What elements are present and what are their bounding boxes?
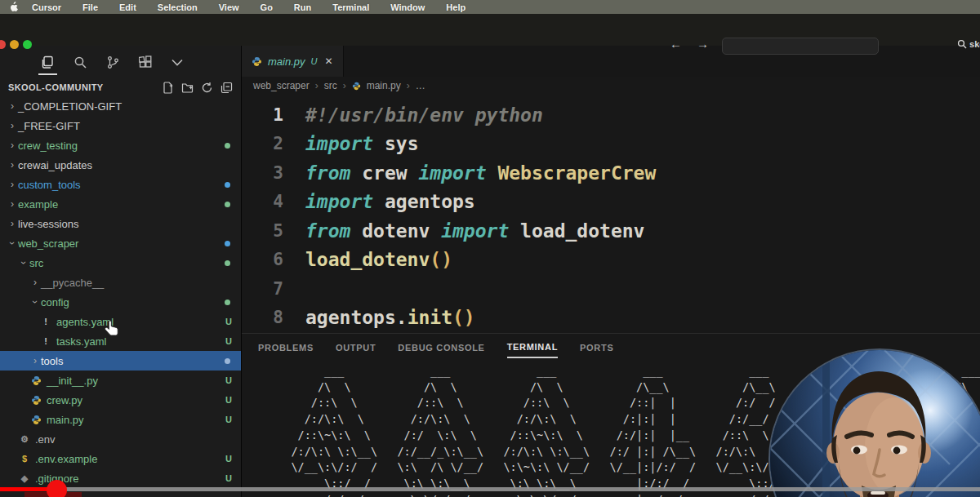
python-file-icon: [352, 82, 361, 91]
breadcrumb-web-scraper[interactable]: web_scraper: [253, 80, 310, 91]
menu-edit[interactable]: Edit: [109, 2, 147, 12]
tree-item-live-sessions[interactable]: › live-sessions: [0, 214, 241, 233]
chevron-down-icon: ›: [7, 237, 18, 249]
git-status-dot: [225, 202, 230, 207]
tree-item-agents-yaml[interactable]: ! agents.yaml U: [0, 312, 241, 331]
chevron-right-icon: ›: [343, 80, 346, 91]
git-status-dot: [225, 143, 230, 149]
code-token: import: [441, 220, 509, 242]
line-number: 6: [242, 250, 305, 269]
code-token: agentops.: [305, 307, 408, 328]
explorer-icon[interactable]: [41, 52, 55, 72]
tree-item-env[interactable]: ⚙ .env: [0, 429, 241, 449]
tree-item-crew-py[interactable]: crew.py U: [0, 390, 241, 410]
tab-debug-console[interactable]: DEBUG CONSOLE: [398, 338, 484, 357]
nav-back-icon[interactable]: ←: [670, 37, 682, 51]
minimize-window-button[interactable]: [10, 40, 19, 49]
breadcrumb-symbol[interactable]: …: [416, 80, 425, 91]
tree-item-label: _FREE-GIFT: [18, 120, 80, 132]
menu-go[interactable]: Go: [250, 2, 283, 12]
nav-forward-icon[interactable]: →: [697, 37, 709, 51]
zoom-window-button[interactable]: [23, 40, 32, 49]
apple-icon[interactable]: [5, 2, 21, 12]
tree-item-tasks-yaml[interactable]: ! tasks.yaml U: [0, 331, 241, 351]
menu-view[interactable]: View: [208, 2, 250, 12]
tree-item-pycache[interactable]: › __pycache__: [0, 273, 241, 292]
tree-item-crew-testing[interactable]: › crew_testing: [0, 135, 241, 155]
tree-item-env-example[interactable]: $ .env.example U: [0, 449, 241, 468]
line-number: 7: [242, 279, 305, 299]
tab-main-py[interactable]: main.py U ✕: [242, 46, 344, 77]
tree-item-label: tools: [41, 355, 63, 367]
git-untracked-badge: U: [225, 473, 232, 483]
tree-item-src[interactable]: › src: [0, 253, 241, 273]
tree-item-web-scraper[interactable]: › web_scraper: [0, 233, 241, 253]
sidebar: SKOOL-COMMUNITY › _COMPLETION-GIFT › _FR…: [0, 46, 242, 497]
tree-item-custom-tools[interactable]: › custom_tools: [0, 175, 241, 194]
code-line: 8 agentops.init(): [242, 304, 980, 333]
command-search-input[interactable]: [722, 38, 879, 55]
chevron-down-icon: ›: [29, 296, 41, 308]
tree-item-label: web_scraper: [18, 237, 78, 250]
tree-item-label: example: [18, 198, 58, 211]
tree-item-tools[interactable]: › tools: [0, 351, 241, 371]
tree-item-label: .env.example: [35, 453, 97, 465]
new-file-icon[interactable]: [162, 82, 174, 94]
video-playhead[interactable]: [47, 480, 67, 497]
tree-item-config[interactable]: › config: [0, 292, 241, 312]
tree-item-label: custom_tools: [18, 179, 81, 191]
tab-terminal[interactable]: TERMINAL: [507, 337, 558, 358]
git-status-dot: [225, 182, 230, 188]
code-token: import: [305, 191, 373, 212]
line-number: 3: [242, 163, 305, 183]
git-untracked-badge: U: [225, 375, 232, 385]
collapse-folders-icon[interactable]: [220, 82, 233, 94]
refresh-icon[interactable]: [201, 82, 213, 94]
chevron-right-icon: ›: [7, 159, 18, 171]
git-status-dot: [225, 260, 230, 266]
tab-problems[interactable]: PROBLEMS: [258, 338, 314, 357]
tree-item-completion-gift[interactable]: › _COMPLETION-GIFT: [0, 96, 241, 116]
breadcrumb: web_scraper › src › main.py › …: [242, 77, 980, 95]
tree-item-init-py[interactable]: __init__.py U: [0, 371, 241, 390]
code-token: (): [430, 249, 452, 270]
git-file-icon: ◆: [18, 473, 31, 484]
tab-output[interactable]: OUTPUT: [336, 338, 376, 357]
menu-selection[interactable]: Selection: [147, 2, 208, 12]
code-editor[interactable]: 1 #!/usr/bin/env python 2 import sys 3 f…: [242, 95, 980, 333]
menu-terminal[interactable]: Terminal: [322, 2, 380, 12]
tree-item-main-py[interactable]: main.py U: [0, 410, 241, 429]
file-tree: › _COMPLETION-GIFT › _FREE-GIFT › crew_t…: [0, 96, 241, 488]
new-folder-icon[interactable]: [181, 82, 194, 94]
tree-item-label: crew.py: [47, 394, 82, 406]
code-token: WebscraperCrew: [487, 162, 657, 184]
chevron-right-icon: ›: [7, 120, 18, 131]
menu-help[interactable]: Help: [435, 2, 476, 12]
code-line: 7: [242, 274, 980, 304]
tree-item-example[interactable]: › example: [0, 194, 241, 214]
chevron-right-icon: ›: [407, 80, 410, 91]
chevron-down-icon[interactable]: [172, 52, 183, 72]
tree-item-free-gift[interactable]: › _FREE-GIFT: [0, 116, 241, 135]
menu-file[interactable]: File: [72, 2, 109, 12]
code-token: from: [305, 162, 350, 184]
source-control-icon[interactable]: [106, 52, 120, 72]
chevron-right-icon: ›: [29, 355, 41, 366]
code-token: load_dotenv: [509, 220, 644, 242]
breadcrumb-src[interactable]: src: [324, 80, 337, 91]
git-status-dot: [225, 241, 230, 246]
extensions-icon[interactable]: [139, 52, 153, 72]
search-icon[interactable]: [74, 52, 87, 72]
menu-run[interactable]: Run: [283, 2, 322, 12]
menu-cursor[interactable]: Cursor: [21, 2, 72, 12]
video-progress-track[interactable]: [0, 487, 980, 491]
close-icon[interactable]: ✕: [324, 55, 332, 67]
tree-item-gitignore[interactable]: ◆ .gitignore U: [0, 468, 241, 488]
menu-window[interactable]: Window: [380, 2, 435, 12]
python-file-icon: [252, 56, 262, 67]
git-untracked-badge: U: [225, 415, 232, 424]
chevron-right-icon: ›: [7, 198, 18, 210]
tree-item-crewai-updates[interactable]: › crewai_updates: [0, 155, 241, 175]
tab-ports[interactable]: PORTS: [580, 338, 613, 357]
breadcrumb-main-py[interactable]: main.py: [367, 80, 401, 91]
